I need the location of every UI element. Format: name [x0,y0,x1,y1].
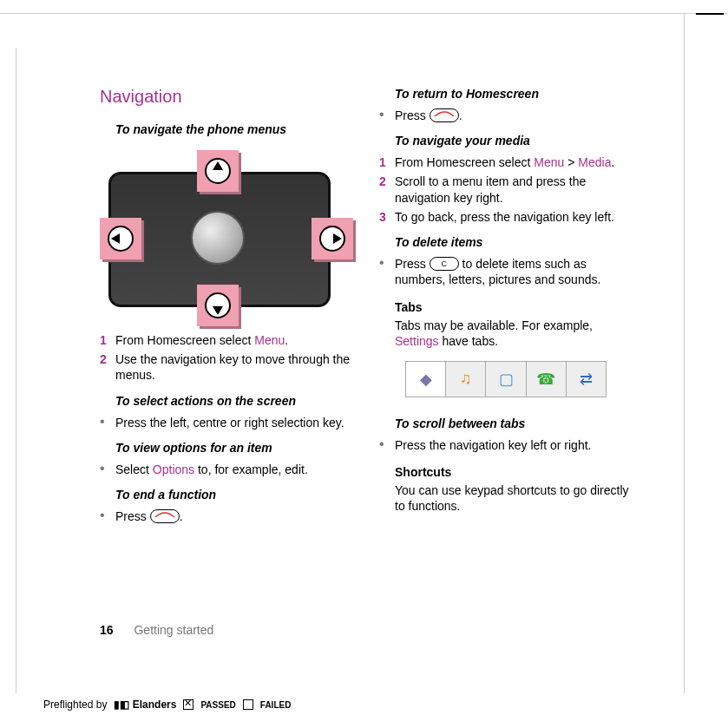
bullet-text: Press C to delete items such as numbers,… [395,256,633,287]
text: to, for example, edit. [194,462,308,476]
step-number: 2 [379,174,395,205]
step-1: 1 From Homescreen select Menu. [100,332,353,348]
text: From Homescreen select [395,155,534,169]
step-text: Scroll to a menu item and press the navi… [395,174,633,205]
bullet-text: Select Options to, for example, edit. [115,462,308,477]
text: Press [395,257,430,271]
subhead-return-home: To return to Homescreen [395,87,633,101]
text: Select [115,462,153,476]
brand-text: Elanders [133,698,177,711]
shortcuts-text: You can use keypad shortcuts to go direc… [395,482,633,514]
tab-connectivity-icon: ⇄ [567,362,606,397]
bullet-text: Press the navigation key left or right. [395,437,591,453]
bullet-icon: • [100,415,115,430]
subhead-view-options: To view options for an item [115,441,353,455]
subhead-scroll-tabs: To scroll between tabs [395,416,633,430]
c-key-icon: C [430,257,459,271]
heading-navigation: Navigation [100,87,353,107]
tabs-description: Tabs may be available. For example, Sett… [395,318,633,349]
crop-mark-top [0,13,728,14]
bullet-text: Press the left, centre or right selectio… [115,415,344,430]
bullet-scroll-tabs: • Press the navigation key left or right… [379,437,633,453]
subhead-navigate-menus: To navigate the phone menus [115,122,353,136]
menu-link: Menu [534,155,564,169]
bullet-text: Press . [115,508,183,524]
subhead-delete-items: To delete items [395,235,633,249]
right-column: To return to Homescreen • Press . To nav… [379,52,633,624]
settings-link: Settings [395,334,439,348]
text: > [564,155,578,169]
bullet-icon: • [100,508,115,524]
bullet-icon: • [379,256,395,287]
text: . [611,155,614,169]
subhead-select-actions: To select actions on the screen [115,394,353,408]
media-step-2: 2 Scroll to a menu item and press the na… [379,174,633,205]
step-2: 2 Use the navigation key to move through… [100,351,353,383]
text: Tabs may be available. For example, [395,318,593,332]
heading-tabs: Tabs [395,300,633,314]
bullet-select-actions: • Press the left, centre or right select… [100,415,353,430]
failed-label: FAILED [260,700,292,710]
step-number: 2 [100,351,115,383]
bullet-return-home: • Press . [379,108,633,123]
subhead-navigate-media: To navigate your media [395,134,633,148]
step-number: 1 [379,154,395,170]
page-footer: 16 Getting started [100,623,213,637]
left-column: Navigation To navigate the phone menus 1… [100,52,353,624]
section-title: Getting started [134,623,213,637]
checkbox-failed-icon [243,699,253,710]
tab-calls-icon: ☎ [527,362,567,397]
crop-tick-tr [696,13,724,15]
step-number: 1 [100,332,115,348]
step-text: Use the navigation key to move through t… [115,351,353,383]
bullet-icon: • [379,437,395,453]
bullet-end-function: • Press . [100,508,353,524]
preflight-label: Preflighted by [43,698,107,711]
bullet-text: Press . [395,108,462,123]
media-step-1: 1 From Homescreen select Menu > Media. [379,154,633,170]
page-number: 16 [100,623,114,637]
tab-sounds-icon: ♫ [446,362,486,397]
bullet-view-options: • Select Options to, for example, edit. [100,462,353,477]
text: Press [395,108,430,122]
subhead-end-function: To end a function [115,488,353,502]
navigation-key-illustration [100,150,353,324]
text: Press [115,509,150,523]
crop-mark-left [16,48,16,693]
bullet-icon: • [100,462,115,477]
menu-link: Menu [254,333,285,347]
tabs-illustration: ◆ ♫ ▢ ☎ ⇄ [405,361,607,397]
arrow-up-icon [197,150,239,192]
tab-display-icon: ▢ [486,362,526,397]
heading-shortcuts: Shortcuts [395,465,633,479]
passed-label: PASSED [200,700,235,710]
tab-general-icon: ◆ [406,362,446,397]
arrow-down-icon [197,285,239,326]
step-number: 3 [379,209,395,225]
media-link: Media [578,155,611,169]
step-text: From Homescreen select Menu. [115,332,288,348]
text: . [459,108,462,122]
text: . [180,509,183,523]
text: have tabs. [439,334,499,348]
end-key-icon [430,108,459,122]
navigation-key-icon [191,211,245,265]
preflight-bar: Preflighted by ▮◧ Elanders PASSED FAILED [43,698,291,711]
elanders-logo-icon: ▮◧ Elanders [114,698,176,711]
text: . [285,333,288,347]
crop-mark-right [684,13,685,693]
text: From Homescreen select [115,333,254,347]
checkbox-passed-icon [183,699,193,710]
step-text: To go back, press the navigation key lef… [395,209,614,225]
bullet-icon: • [379,108,395,123]
page-content: Navigation To navigate the phone menus 1… [100,52,633,624]
media-step-3: 3 To go back, press the navigation key l… [379,209,633,225]
options-link: Options [153,462,194,476]
bullet-delete-items: • Press C to delete items such as number… [379,256,633,287]
end-key-icon [150,509,180,523]
step-text: From Homescreen select Menu > Media. [395,154,614,170]
arrow-right-icon [312,218,353,259]
arrow-left-icon [100,218,141,259]
